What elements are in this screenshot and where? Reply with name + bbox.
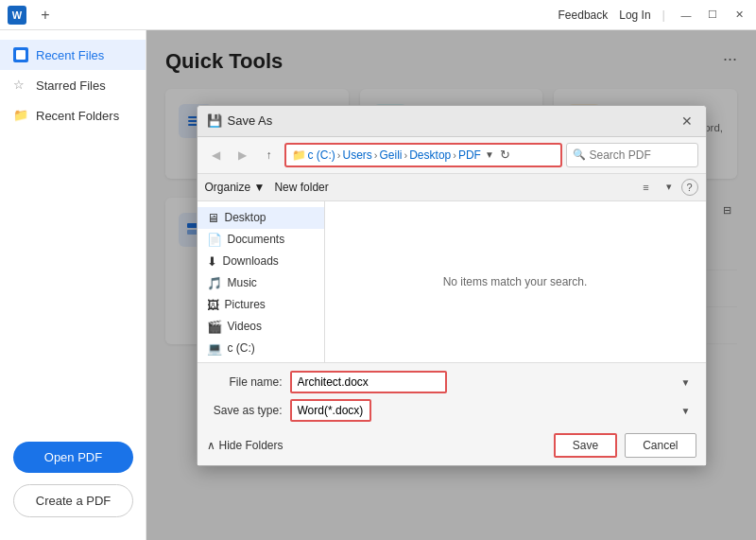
ds-label-downloads: Downloads [223,254,279,268]
hide-folders-label: Hide Folders [219,439,284,452]
path-crumb-4[interactable]: PDF [458,148,481,162]
ds-label-videos: Videos [228,320,262,333]
c-drive-icon: 💻 [207,341,222,356]
view-btn-group: ≡ ▾ ? [636,178,698,197]
ds-item-videos[interactable]: 🎬 Videos [198,316,324,338]
recent-folders-icon: 📁 [13,108,28,123]
path-sep-1: › [374,149,378,161]
up-button[interactable]: ↑ [258,145,281,165]
close-button[interactable]: ✕ [730,6,748,25]
pictures-icon: 🖼 [207,298,219,312]
ds-item-music[interactable]: 🎵 Music [198,272,324,294]
dialog-body: 🖥 Desktop 📄 Documents ⬇ Downloads 🎵 [198,201,706,362]
dialog-close-button[interactable]: ✕ [678,112,696,131]
dialog-search-input[interactable] [590,148,675,162]
new-folder-button[interactable]: New folder [274,181,328,194]
path-crumb-1[interactable]: Users [343,148,372,162]
app-titlebar: W + Feedback Log In | — ☐ ✕ [0,0,756,30]
dialog-actions: ∧ Hide Folders Save Cancel [207,429,696,458]
videos-icon: 🎬 [207,320,222,334]
dialog-title-text: Save As [228,113,273,128]
svg-rect-0 [16,50,26,60]
sidebar-item-recent-folders[interactable]: 📁 Recent Folders [0,100,146,131]
sidebar: Recent Files ☆ Starred Files 📁 Recent Fo… [0,30,146,540]
path-sep-3: › [453,149,456,161]
desktop-icon: 🖥 [207,211,219,225]
path-sep-0: › [337,149,341,161]
ds-label-c-drive: c (C:) [228,341,255,355]
dialog-title-icon: 💾 [207,113,222,128]
ds-item-downloads[interactable]: ⬇ Downloads [198,251,324,272]
save-as-dialog: 💾 Save As ✕ ◀ ▶ ↑ 📁 c (C:) › Users › [197,105,707,466]
file-name-dropdown-arrow: ▼ [681,376,691,387]
feedback-button[interactable]: Feedback [558,9,609,22]
list-view-dialog-button[interactable]: ≡ [636,178,657,197]
recent-files-icon [13,47,28,62]
dialog-search: 🔍 [566,143,698,167]
ds-label-music: Music [228,276,257,289]
login-button[interactable]: Log In [619,9,650,22]
add-tab-button[interactable]: + [34,4,57,26]
titlebar-separator: | [662,8,665,22]
path-crumb-3[interactable]: Desktop [409,148,451,162]
ds-label-documents: Documents [228,233,285,246]
dialog-sidebar: 🖥 Desktop 📄 Documents ⬇ Downloads 🎵 [198,201,325,362]
titlebar-right: Feedback Log In | — ☐ ✕ [558,6,748,25]
dialog-files-area: No items match your search. [325,201,706,362]
details-view-dialog-button[interactable]: ▾ [659,178,679,197]
documents-icon: 📄 [207,233,222,247]
sidebar-bottom: Open PDF Create a PDF [0,425,146,531]
main-content: Quick Tools ··· Edit Edit texts and imag… [146,30,756,540]
back-button[interactable]: ◀ [205,145,228,165]
ds-item-c-drive[interactable]: 💻 c (C:) [198,338,324,359]
dialog-nav: Organize ▼ New folder ≡ ▾ ? [198,174,706,201]
help-button[interactable]: ? [681,179,698,196]
path-refresh-button[interactable]: ↻ [500,148,510,162]
ds-item-desktop[interactable]: 🖥 Desktop [198,207,324,229]
minimize-button[interactable]: — [677,6,696,25]
save-as-type-select[interactable]: Word(*.docx)PDF (*.pdf)Excel (*.xlsx) [290,399,371,422]
save-type-dropdown-arrow: ▼ [681,405,691,415]
file-name-label: File name: [207,375,283,389]
titlebar-left: W + [8,4,57,26]
dialog-footer: File name: ▼ Save as type: Word(*.docx)P… [198,362,706,465]
path-crumb-0[interactable]: c (C:) [308,148,335,162]
ds-item-documents[interactable]: 📄 Documents [198,229,324,251]
forward-button[interactable]: ▶ [232,145,254,165]
path-bar: 📁 c (C:) › Users › Geili › Desktop › PDF… [284,143,562,167]
create-pdf-button[interactable]: Create a PDF [13,484,133,517]
organize-button[interactable]: Organize ▼ [205,181,266,194]
path-crumb-2[interactable]: Geili [380,148,403,162]
dialog-titlebar: 💾 Save As ✕ [198,106,706,137]
sidebar-item-starred-files[interactable]: ☆ Starred Files [0,70,146,100]
sidebar-label-starred-files: Starred Files [36,78,106,93]
ds-label-pictures: Pictures [225,298,266,311]
dialog-toolbar: ◀ ▶ ↑ 📁 c (C:) › Users › Geili › Desktop… [198,137,706,174]
save-as-type-label: Save as type: [207,404,283,417]
save-button[interactable]: Save [554,433,617,458]
sidebar-item-recent-files[interactable]: Recent Files [0,40,146,70]
ds-label-desktop: Desktop [225,211,266,224]
maximize-button[interactable]: ☐ [703,6,722,25]
path-sep-2: › [404,149,408,161]
cancel-button[interactable]: Cancel [625,433,696,458]
starred-files-icon: ☆ [13,78,28,93]
file-name-input[interactable] [290,371,447,393]
save-as-type-field: Save as type: Word(*.docx)PDF (*.pdf)Exc… [207,399,696,422]
app-body: Recent Files ☆ Starred Files 📁 Recent Fo… [0,30,756,540]
path-dropdown-button[interactable]: ▼ [485,149,494,160]
music-icon: 🎵 [207,276,222,290]
ds-item-pictures[interactable]: 🖼 Pictures [198,294,324,316]
path-folder-icon: 📁 [292,148,306,162]
sidebar-label-recent-files: Recent Files [36,48,104,62]
dialog-search-icon: 🔍 [573,148,586,161]
empty-message: No items match your search. [443,275,588,288]
hide-folders-button[interactable]: ∧ Hide Folders [207,439,284,452]
dialog-title: 💾 Save As [207,113,273,128]
open-pdf-button[interactable]: Open PDF [13,442,133,473]
file-name-field: File name: ▼ [207,371,696,393]
downloads-icon: ⬇ [207,254,217,269]
sidebar-label-recent-folders: Recent Folders [36,109,119,123]
window-controls: — ☐ ✕ [677,6,748,25]
dialog-overlay: 💾 Save As ✕ ◀ ▶ ↑ 📁 c (C:) › Users › [146,30,756,540]
